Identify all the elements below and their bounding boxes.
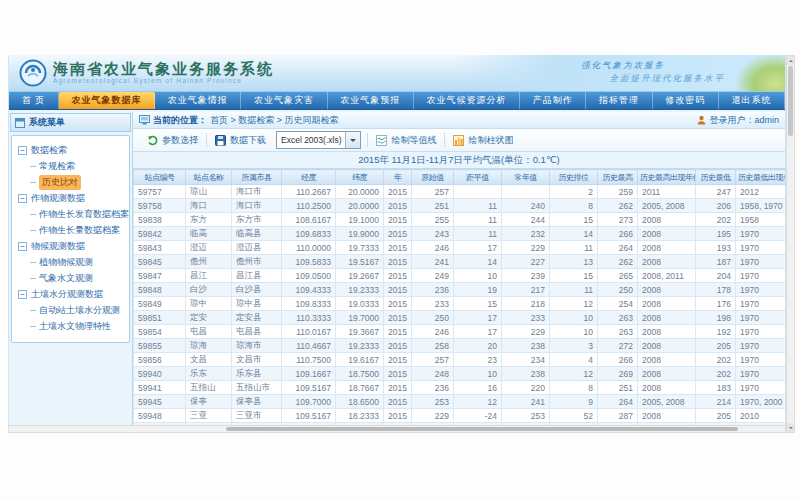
scroll-up-arrow[interactable] xyxy=(787,56,794,65)
collapse-icon[interactable]: − xyxy=(18,146,27,155)
table-row[interactable]: 59849琼中琼中县109.833319.0333201523315218122… xyxy=(134,297,786,311)
column-header[interactable]: 历史最高出现年份 xyxy=(638,170,696,185)
draw-barchart-button[interactable]: 绘制柱状图 xyxy=(447,134,519,147)
horizontal-scrollbar[interactable] xyxy=(8,425,786,433)
table-cell: 233 xyxy=(502,311,550,325)
tree-item[interactable]: 土壤水文物理特性 xyxy=(12,318,129,334)
table-cell: -24 xyxy=(454,409,502,423)
tree-group-2[interactable]: −物候观测数据 xyxy=(12,238,129,254)
table-row[interactable]: 59847昌江昌江县109.050019.2667201524910239152… xyxy=(134,269,786,283)
column-header[interactable]: 站点名称 xyxy=(186,170,232,185)
table-row[interactable]: 59843澄迈澄迈县110.000019.7333201524617229112… xyxy=(134,241,786,255)
tree-item[interactable]: 气象水文观测 xyxy=(12,270,129,286)
column-header[interactable]: 经度 xyxy=(282,170,336,185)
tree-item[interactable]: 历史比对 xyxy=(12,174,129,190)
table-cell: 109.5833 xyxy=(282,255,336,269)
column-header[interactable]: 历史最低 xyxy=(696,170,736,185)
collapse-icon[interactable]: − xyxy=(18,194,27,203)
nav-tab-7[interactable]: 指标管理 xyxy=(586,92,652,109)
vertical-scrollbar[interactable] xyxy=(786,55,795,433)
tree-group-0[interactable]: −数据检索 xyxy=(12,142,129,158)
tree-group-label: 土壤水分观测数据 xyxy=(31,288,103,301)
table-cell: 澄迈 xyxy=(186,241,232,255)
table-cell: 204 xyxy=(696,269,736,283)
main-nav: 首 页农业气象数据库农业气象情报农业气象灾害农业气象预报农业气候资源分析产品制作… xyxy=(9,92,785,110)
table-cell: 18.7500 xyxy=(336,367,384,381)
tree-item[interactable]: 作物生长发育数据档案 xyxy=(12,206,129,222)
table-cell: 202 xyxy=(696,353,736,367)
tree-item[interactable]: 植物物候观测 xyxy=(12,254,129,270)
table-cell: 定安县 xyxy=(232,311,282,325)
table-row[interactable]: 59842临高临高县109.683319.9000201524311232142… xyxy=(134,227,786,241)
nav-tab-6[interactable]: 产品制作 xyxy=(520,92,586,109)
nav-tab-5[interactable]: 农业气候资源分析 xyxy=(414,92,520,109)
table-row[interactable]: 59851定安定安县110.333319.7000201525017233102… xyxy=(134,311,786,325)
collapse-icon[interactable]: − xyxy=(18,242,27,251)
table-row[interactable]: 59941五指山五指山市109.516718.76672015236162208… xyxy=(134,381,786,395)
column-header[interactable]: 常年值 xyxy=(502,170,550,185)
nav-tab-0[interactable]: 首 页 xyxy=(9,92,59,109)
table-row[interactable]: 59848白沙白沙县109.433319.2333201523619217112… xyxy=(134,283,786,297)
table-cell: 1970 xyxy=(736,283,786,297)
tree-group-3[interactable]: −土壤水分观测数据 xyxy=(12,286,129,302)
nav-tab-4[interactable]: 农业气象预报 xyxy=(328,92,414,109)
tree-connector xyxy=(30,166,36,167)
toolbar: 参数选择 数据下载 Excel 2003(.xls) xyxy=(133,129,785,152)
table-cell: 2015 xyxy=(384,339,412,353)
table-cell: 定安 xyxy=(186,311,232,325)
data-download-button[interactable]: 数据下载 xyxy=(209,134,272,147)
table-row[interactable]: 59940乐东乐东县109.166718.7500201524810238122… xyxy=(134,367,786,381)
column-header[interactable]: 纬度 xyxy=(336,170,384,185)
table-row[interactable]: 59854屯昌屯昌县110.016719.3667201524617229102… xyxy=(134,325,786,339)
table-cell: 10 xyxy=(454,269,502,283)
table-cell: 19.6167 xyxy=(336,353,384,367)
table-row[interactable]: 59945保亭保亭县109.700018.6500201525312241926… xyxy=(134,395,786,409)
param-select-button[interactable]: 参数选择 xyxy=(141,134,204,147)
tree-item[interactable]: 常规检索 xyxy=(12,158,129,174)
nav-tab-1[interactable]: 农业气象数据库 xyxy=(59,92,155,109)
table-row[interactable]: 59855琼海琼海市110.466719.2333201525820238327… xyxy=(134,339,786,353)
tree-item[interactable]: 自动站土壤水分观测 xyxy=(12,302,129,318)
vertical-scroll-thumb[interactable] xyxy=(788,66,793,136)
nav-tab-8[interactable]: 修改密码 xyxy=(653,92,719,109)
column-header[interactable]: 所属市县 xyxy=(232,170,282,185)
table-row[interactable]: 59856文昌文昌市110.750019.6167201525723234426… xyxy=(134,353,786,367)
nav-tab-9[interactable]: 退出系统 xyxy=(719,92,785,109)
collapse-icon[interactable]: − xyxy=(18,290,27,299)
column-header[interactable]: 历史最低出现年份 xyxy=(736,170,786,185)
breadcrumb[interactable]: 首页 > 数据检索 > 历史同期检索 xyxy=(210,114,339,127)
nav-tab-3[interactable]: 农业气象灾害 xyxy=(241,92,327,109)
user-label: 登录用户： xyxy=(709,114,754,127)
table-cell: 205 xyxy=(696,339,736,353)
table-cell: 109.5167 xyxy=(282,381,336,395)
download-format-select[interactable]: Excel 2003(.xls) xyxy=(276,131,361,149)
table-row[interactable]: 59845儋州儋州市109.583319.5167201524114227132… xyxy=(134,255,786,269)
tree-connector xyxy=(30,278,36,279)
column-header[interactable]: 年 xyxy=(384,170,412,185)
app-window: 海南省农业气象业务服务系统 Agrometeorological System … xyxy=(8,55,786,425)
user-name: admin xyxy=(754,115,779,125)
sidebar: 系统菜单 −数据检索常规检索历史比对−作物观测数据作物生长发育数据档案作物生长量… xyxy=(9,112,133,426)
table-row[interactable]: 59948三亚三亚市109.516718.23332015229-2425352… xyxy=(134,409,786,423)
column-header[interactable]: 历史排位 xyxy=(550,170,598,185)
nav-tab-2[interactable]: 农业气象情报 xyxy=(155,92,241,109)
column-header[interactable]: 距平值 xyxy=(454,170,502,185)
scroll-down-arrow[interactable] xyxy=(787,423,794,432)
tree-item[interactable]: 作物生长量数据档案 xyxy=(12,222,129,238)
tree-group-1[interactable]: −作物观测数据 xyxy=(12,190,129,206)
table-cell: 202 xyxy=(696,213,736,227)
column-header[interactable]: 历史最高 xyxy=(598,170,638,185)
table-row[interactable]: 59758海口海口市110.250020.0000201525111240826… xyxy=(134,199,786,213)
table-row[interactable]: 59757琼山海口市110.266720.0000201525722592011… xyxy=(134,185,786,199)
table-cell: 12 xyxy=(550,297,598,311)
draw-isoline-button[interactable]: 绘制等值线 xyxy=(370,134,442,147)
menu-icon xyxy=(15,118,25,128)
horizontal-scroll-thumb[interactable] xyxy=(226,427,738,431)
column-header[interactable]: 原始值 xyxy=(412,170,454,185)
table-cell: 澄迈县 xyxy=(232,241,282,255)
table-cell: 250 xyxy=(412,311,454,325)
column-header[interactable]: 站点编号 xyxy=(134,170,186,185)
table-row[interactable]: 59838东方东方市108.616719.1000201525511244152… xyxy=(134,213,786,227)
dropdown-arrow-icon[interactable] xyxy=(345,132,360,148)
table-cell: 19.7000 xyxy=(336,311,384,325)
